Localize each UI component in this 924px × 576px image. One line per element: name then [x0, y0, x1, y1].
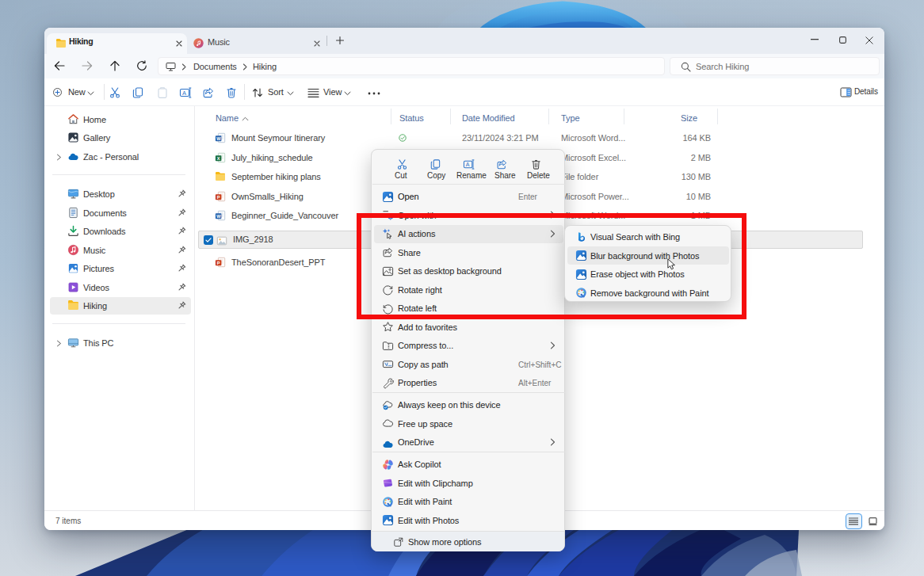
- svg-text:W: W: [216, 214, 221, 219]
- svg-text:W: W: [216, 136, 221, 141]
- svg-text:X: X: [217, 155, 220, 160]
- svg-text:P: P: [217, 194, 220, 199]
- svg-text:A: A: [182, 90, 186, 97]
- svg-text:P: P: [217, 261, 220, 265]
- svg-text:A: A: [466, 162, 470, 167]
